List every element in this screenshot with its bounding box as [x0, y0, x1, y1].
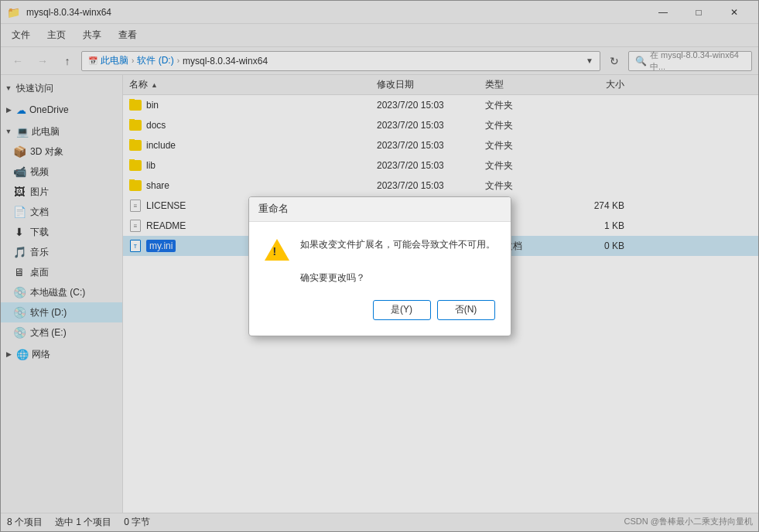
rename-dialog: 重命名 如果改变文件扩展名，可能会导致文件不可用。 确实要更改吗？ 是(Y) 否…: [248, 196, 511, 336]
warning-triangle: [265, 239, 289, 261]
dialog-message: 如果改变文件扩展名，可能会导致文件不可用。: [300, 237, 495, 252]
dialog-no-button[interactable]: 否(N): [437, 300, 495, 320]
dialog-yes-button[interactable]: 是(Y): [373, 300, 431, 320]
dialog-confirm: 确实要更改吗？: [265, 271, 495, 285]
dialog-title-bar: 重命名: [249, 197, 511, 222]
dialog-buttons: 是(Y) 否(N): [265, 294, 495, 323]
warning-icon: [265, 237, 289, 262]
dialog-body: 如果改变文件扩展名，可能会导致文件不可用。 确实要更改吗？ 是(Y) 否(N): [249, 222, 511, 336]
dialog-overlay: 重命名 如果改变文件扩展名，可能会导致文件不可用。 确实要更改吗？ 是(Y) 否…: [0, 0, 759, 532]
window: 📁 mysql-8.0.34-winx64 — □ ✕ 文件 主页 共享 查看 …: [0, 0, 759, 532]
dialog-title: 重命名: [258, 202, 289, 216]
dialog-message-row: 如果改变文件扩展名，可能会导致文件不可用。: [265, 237, 495, 262]
